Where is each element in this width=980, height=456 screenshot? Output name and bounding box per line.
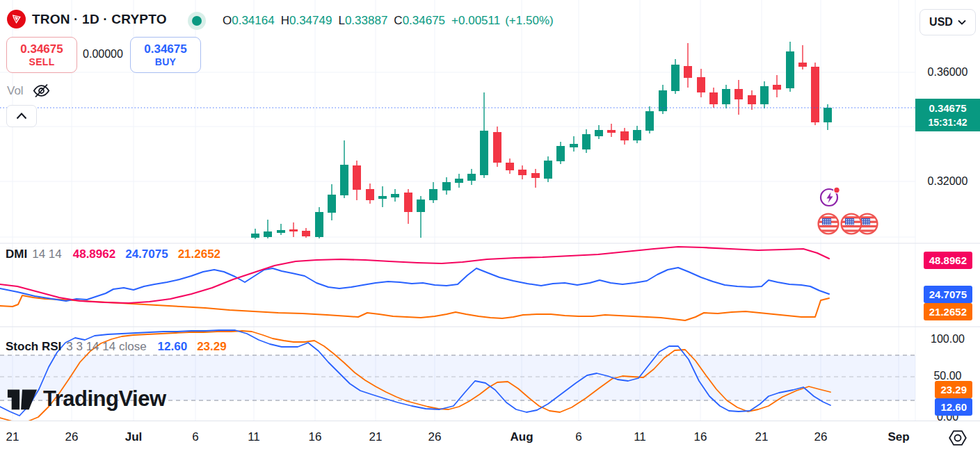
time-axis-day-label: 6 <box>575 430 581 444</box>
us-flag-icon[interactable] <box>817 212 840 236</box>
price-scale-label: 0.32000 <box>915 174 980 188</box>
dmi-value-badge: 48.8962 <box>924 252 972 269</box>
tradingview-chart-window: { "header": { "title": "TRON · 1D · CRYP… <box>0 0 980 456</box>
symbol-header: TRON · 1D · CRYPTO <box>7 10 167 28</box>
time-axis-day-label: 16 <box>309 430 322 444</box>
ohlc-legend: O 0.34164 H 0.34749 L 0.33887 C 0.34675 … <box>223 14 559 28</box>
time-axis-month-label: Jul <box>125 430 143 444</box>
eye-hidden-icon[interactable] <box>32 81 51 100</box>
chevron-up-icon <box>16 113 27 120</box>
tradingview-watermark: TradingView <box>5 383 166 415</box>
dmi-value-badge: 24.7075 <box>924 286 972 303</box>
collapse-panel-button[interactable] <box>6 105 37 127</box>
time-axis[interactable]: 2126Jul611162126Aug611162126Sep <box>0 421 980 456</box>
price-change: +0.00511 <box>451 14 500 28</box>
time-axis-day-label: 16 <box>694 430 707 444</box>
stoch-rsi-legend[interactable]: Stoch RSI 3 3 14 14 close 12.60 23.29 <box>6 340 236 354</box>
tradingview-logo-icon <box>5 383 40 415</box>
buy-price: 0.34675 <box>144 42 186 56</box>
dmi-value-badge: 21.2652 <box>924 303 972 320</box>
us-flag-icon[interactable] <box>840 212 863 236</box>
dmi-plus-di-value: 24.7075 <box>125 247 168 261</box>
sell-label: SELL <box>29 56 55 68</box>
stoch-k-value: 12.60 <box>158 340 188 354</box>
ohlc-high-value: 0.34749 <box>289 14 332 28</box>
volume-label: Vol <box>7 84 24 98</box>
ohlc-high-label: H <box>281 14 289 28</box>
tradingview-logo-text: TradingView <box>43 386 166 412</box>
dmi-params: 14 14 <box>32 247 62 261</box>
time-axis-day-label: 21 <box>369 430 383 444</box>
time-axis-day-label: 6 <box>192 430 198 444</box>
stoch-d-value: 23.29 <box>197 340 227 354</box>
sell-price: 0.34675 <box>20 42 63 56</box>
last-price: 0.34675 <box>929 101 966 115</box>
tron-logo-icon <box>7 10 26 28</box>
time-axis-day-label: 11 <box>634 430 646 444</box>
dmi-minus-di-value: 21.2652 <box>178 247 220 261</box>
dmi-legend[interactable]: DMI 14 14 48.8962 24.7075 21.2652 <box>6 247 230 261</box>
dmi-adx-value: 48.8962 <box>73 247 115 261</box>
symbol-title[interactable]: TRON · 1D · CRYPTO <box>32 12 167 27</box>
stoch-value-badge: 23.29 <box>935 381 972 398</box>
currency-value: USD <box>929 16 953 28</box>
time-axis-month-label: Sep <box>887 430 909 444</box>
market-status-dot[interactable] <box>192 16 202 26</box>
buy-button[interactable]: 0.34675 BUY <box>130 37 201 73</box>
buy-label: BUY <box>155 56 176 68</box>
time-axis-day-label: 21 <box>755 430 769 444</box>
time-axis-month-label: Aug <box>510 430 533 444</box>
countdown-timer: 15:31:42 <box>928 115 967 129</box>
stoch-rsi-title: Stoch RSI <box>6 340 61 354</box>
dmi-title: DMI <box>6 247 27 261</box>
volume-legend: Vol <box>7 81 51 100</box>
ohlc-close-label: C <box>394 14 402 28</box>
currency-select[interactable]: USD <box>919 9 976 35</box>
time-axis-day-label: 21 <box>6 430 19 444</box>
time-axis-day-label: 26 <box>428 430 442 444</box>
ohlc-low-value: 0.33887 <box>345 14 387 28</box>
time-axis-day-label: 26 <box>65 430 79 444</box>
time-axis-day-label: 26 <box>814 430 828 444</box>
time-axis-day-label: 11 <box>248 430 260 444</box>
stoch-rsi-params: 3 3 14 14 close <box>66 340 146 354</box>
stoch-scale-label: 100.00 <box>915 332 980 346</box>
price-scale-label: 0.36000 <box>915 65 980 79</box>
stoch-value-badge: 12.60 <box>935 398 972 416</box>
price-change-percent: (+1.50%) <box>505 14 553 28</box>
lightning-icon <box>819 186 841 208</box>
ohlc-open-value: 0.34164 <box>232 14 274 28</box>
sell-button[interactable]: 0.34675 SELL <box>6 37 77 73</box>
ohlc-open-label: O <box>223 14 232 28</box>
chevron-down-icon <box>958 19 966 25</box>
ohlc-low-label: L <box>338 14 344 28</box>
timezone-menu-icon[interactable] <box>947 427 968 451</box>
ohlc-close-value: 0.34675 <box>403 14 445 28</box>
spread-value: 0.00000 <box>76 37 130 72</box>
last-price-badge: 0.34675 15:31:42 <box>915 99 980 131</box>
event-lightning-marker[interactable] <box>819 186 841 211</box>
